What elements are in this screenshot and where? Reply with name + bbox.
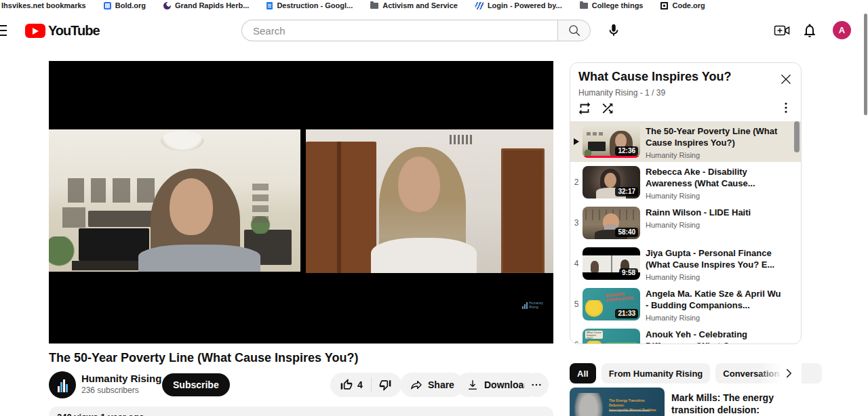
more-dots-icon [530, 379, 542, 391]
bookmark-label: Ihsvikes.net bookmarks [1, 1, 86, 9]
create-button[interactable] [773, 22, 789, 39]
playlist-item-title[interactable]: Rainn Wilson - LIDE Haiti [646, 207, 785, 218]
related-video-thumbnail[interactable]: The Energy Transition Delusion: Inescapa… [570, 388, 665, 416]
account-avatar[interactable]: A [833, 21, 851, 39]
youtube-logo[interactable]: YouTube [25, 23, 100, 39]
dislike-button[interactable] [372, 373, 401, 397]
loop-icon[interactable] [577, 101, 592, 116]
bookmark-label: Destruction - Googl... [277, 1, 353, 9]
shuffle-icon[interactable] [600, 101, 615, 116]
folder-icon [580, 3, 588, 9]
video-thumbnail[interactable]: BUDDING COMPANIONS 21:33 [583, 288, 640, 320]
search-input[interactable] [253, 25, 547, 37]
now-playing-indicator [570, 121, 583, 162]
related-video-title[interactable]: Mark Mills: The energy transition delusi… [671, 392, 810, 416]
close-playlist-button[interactable] [778, 71, 794, 87]
playlist-scrollbar[interactable] [794, 121, 800, 152]
playlist-item-channel: Humanity Rising [646, 314, 785, 322]
search-icon [567, 23, 582, 38]
google-docs-icon [267, 2, 273, 9]
video-feed-left [49, 129, 300, 272]
playlist-title[interactable]: What Cause Inspires You? [578, 70, 731, 84]
bookmark-item[interactable]: Code.org [660, 1, 705, 9]
bookmarks-bar: Ihsvikes.net bookmarks Bold.org Grand Ra… [0, 0, 868, 11]
playlist-item-channel: Humanity Rising [646, 221, 785, 229]
share-button[interactable]: Share [400, 373, 464, 397]
blue-grid-icon [104, 2, 111, 9]
code-grid-icon [660, 2, 668, 9]
playlist-subtitle: Humanity Rising - 1 / 39 [578, 88, 665, 98]
playlist-item[interactable]: 3 58:40 Rainn Wilson - LIDE Haiti Humani… [570, 203, 801, 243]
playlist-item[interactable]: 6 What Cause Inspires You?HUMANITY RISIN… [570, 325, 801, 344]
video-thumbnail[interactable]: 9:58 [583, 247, 640, 280]
video-title: The 50-Year Poverty Line (What Cause Ins… [49, 351, 553, 365]
youtube-wordmark: YouTube [48, 23, 100, 39]
playlist-item-index: 4 [570, 243, 583, 284]
create-video-icon [773, 22, 791, 39]
hamburger-menu-icon[interactable] [0, 25, 7, 36]
playlist-item[interactable]: 2 32:17 Rebecca Ake - Disability Awarene… [570, 162, 801, 203]
bookmark-item[interactable]: Ihsvikes.net bookmarks [1, 1, 86, 9]
video-thumbnail[interactable]: What Cause Inspires You?HUMANITY RISING [583, 329, 640, 344]
thumbnail-rule-art [609, 411, 650, 411]
playlist-item[interactable]: 4 9:58 Jiya Gupta - Personal Finance (Wh… [570, 243, 801, 284]
playlist-item-title[interactable]: The 50-Year Poverty Line (What Cause Ins… [646, 125, 785, 148]
duration-badge: 21:33 [615, 309, 638, 318]
playlist-item-index: 3 [570, 203, 583, 243]
playlist-panel: What Cause Inspires You? Humanity Rising… [570, 62, 802, 344]
playlist-item-channel: Humanity Rising [646, 192, 785, 200]
like-dislike-pill: 4 [330, 373, 401, 397]
description-box[interactable]: 240 views 1 year ago [49, 407, 553, 416]
bookmark-folder[interactable]: College things [580, 1, 644, 9]
playlist-item-title[interactable]: Anouk Yeh - Celebrating Differences (Wha… [646, 329, 785, 344]
bookmark-folder[interactable]: Activism and Service [370, 1, 458, 9]
bookmark-item[interactable]: Grand Rapids Herb... [163, 1, 249, 9]
video-player[interactable]: Humanity Rising [49, 61, 553, 344]
bookmark-item[interactable]: Bold.org [104, 1, 146, 9]
thumbnail-face-art [574, 393, 604, 416]
video-thumbnail[interactable]: 32:17 [583, 166, 640, 199]
thumbs-down-icon [378, 378, 392, 392]
more-actions-button[interactable] [524, 373, 549, 397]
bookmark-item[interactable]: Login - Powered by... [475, 1, 562, 9]
voice-search-button[interactable] [603, 20, 625, 41]
playlist-item[interactable]: 5 BUDDING COMPANIONS 21:33 Angela Ma. Ka… [570, 284, 801, 325]
page-scrollbar[interactable] [864, 14, 867, 115]
channel-name[interactable]: Humanity Rising [81, 373, 161, 384]
youtube-play-icon [25, 24, 45, 38]
chip-all[interactable]: All [570, 363, 596, 383]
subscribe-button[interactable]: Subscribe [162, 373, 230, 396]
kebab-menu-icon [781, 101, 791, 115]
channel-avatar[interactable] [49, 371, 76, 398]
playlist-item-channel: Humanity Rising [646, 273, 785, 281]
duration-badge: 12:36 [615, 146, 638, 156]
bookmark-label: College things [592, 1, 644, 9]
download-icon [466, 378, 479, 392]
playlist-item-title[interactable]: Jiya Gupta - Personal Finance (What Caus… [646, 247, 785, 270]
microphone-icon [606, 23, 621, 38]
video-thumbnail[interactable]: 12:36 [583, 125, 640, 158]
purple-circle-icon [163, 2, 171, 9]
chip-from-channel[interactable]: From Humanity Rising [601, 363, 711, 383]
search-box[interactable] [241, 20, 557, 41]
search-button[interactable] [557, 20, 591, 41]
duration-badge: 32:17 [615, 187, 638, 196]
like-button[interactable]: 4 [330, 373, 371, 397]
playlist-item[interactable]: 12:36 The 50-Year Poverty Line (What Cau… [570, 121, 801, 162]
share-label: Share [428, 379, 454, 390]
playlist-item-title[interactable]: Angela Ma. Katie Sze & April Wu - Buddin… [646, 288, 785, 311]
bookmark-item[interactable]: Destruction - Googl... [267, 1, 353, 9]
bookmark-label: Code.org [672, 1, 705, 9]
thumbnail-caption: The Energy Transition Delusion: [609, 398, 660, 408]
playlist-menu-button[interactable] [781, 101, 793, 115]
share-icon [410, 378, 423, 392]
video-thumbnail[interactable]: 58:40 [583, 207, 640, 239]
playlist-item-title[interactable]: Rebecca Ake - Disability Awareness (What… [646, 166, 785, 189]
channel-watermark: Humanity Rising [522, 301, 549, 309]
bell-icon [802, 22, 818, 39]
notifications-button[interactable] [802, 22, 818, 39]
chips-scroll-right-button[interactable] [781, 366, 796, 381]
playlist-item-index: 6 [570, 325, 583, 344]
bookmark-label: Login - Powered by... [488, 1, 562, 9]
blue-stripes-icon [475, 2, 484, 9]
